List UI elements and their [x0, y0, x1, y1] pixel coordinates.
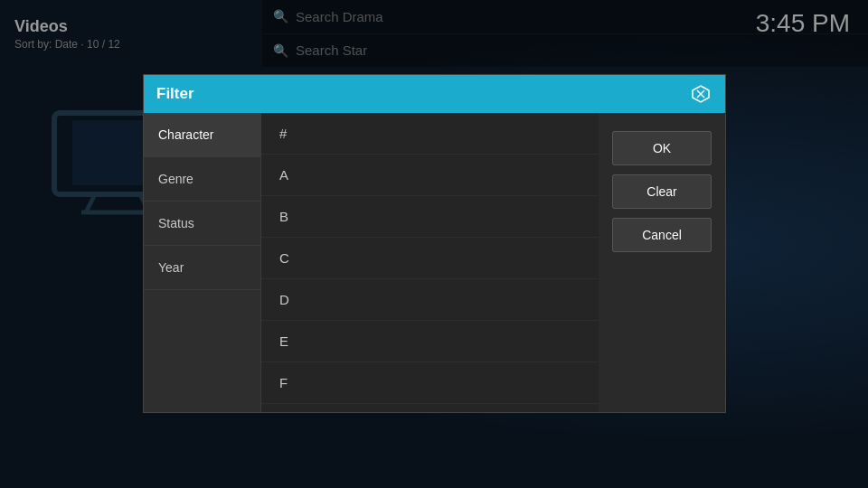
category-item-status[interactable]: Status — [144, 202, 260, 246]
category-item-year[interactable]: Year — [144, 246, 260, 290]
filter-header: Filter — [144, 75, 725, 113]
alpha-item-c[interactable]: C — [261, 238, 599, 279]
alpha-item-b[interactable]: B — [261, 196, 599, 238]
alpha-item-hash[interactable]: # — [261, 113, 599, 155]
filter-dialog: Filter Character Genre Status Year # A B… — [143, 74, 726, 413]
kodi-close-icon[interactable] — [689, 82, 712, 106]
alpha-item-f[interactable]: F — [261, 362, 599, 404]
filter-body: Character Genre Status Year # A B C D E … — [144, 113, 725, 412]
category-list: Character Genre Status Year — [144, 113, 261, 412]
ok-button[interactable]: OK — [612, 131, 712, 165]
action-buttons: OK Clear Cancel — [599, 113, 725, 412]
alpha-item-d[interactable]: D — [261, 279, 599, 321]
filter-title: Filter — [156, 85, 194, 103]
category-item-character[interactable]: Character — [144, 113, 260, 157]
category-item-genre[interactable]: Genre — [144, 157, 260, 202]
alpha-list[interactable]: # A B C D E F G H — [261, 113, 599, 412]
alpha-item-a[interactable]: A — [261, 155, 599, 196]
alpha-item-e[interactable]: E — [261, 321, 599, 362]
clear-button[interactable]: Clear — [612, 174, 712, 209]
cancel-button[interactable]: Cancel — [612, 218, 712, 252]
alpha-item-g[interactable]: G — [261, 404, 599, 412]
